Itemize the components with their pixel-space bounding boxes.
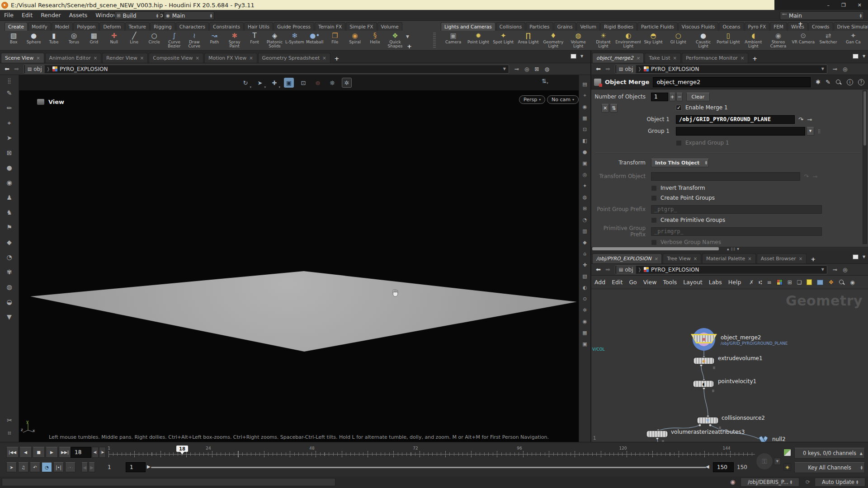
node-chooser-icon[interactable]: ⊸ (807, 116, 812, 123)
shelf-tab[interactable]: Texture (125, 22, 150, 31)
desktop-build-select[interactable]: ⊞ Build (114, 11, 160, 20)
pane-tab[interactable]: Performance Monitor × (682, 53, 748, 63)
pin-icon[interactable]: ⊸ (514, 66, 519, 72)
range-prev-button[interactable]: ◀ (81, 462, 88, 472)
palette-tool-icon[interactable]: ● (5, 163, 14, 172)
shelf-tab[interactable]: Drive Simulation (834, 22, 868, 31)
remove-object-button[interactable]: − (676, 93, 683, 101)
shelf-tool[interactable]: ● Sphere (24, 31, 43, 50)
spinner-icon[interactable] (860, 14, 862, 18)
shelf-tool[interactable]: ✦ Gan Ca (841, 31, 866, 50)
sticky-note-icon[interactable] (807, 279, 812, 285)
list-icon[interactable]: ≡ (767, 279, 772, 286)
viewport-tool-icon[interactable]: ▣ (284, 78, 294, 88)
bundle-icon[interactable]: ❖ (828, 279, 834, 286)
shelf-tool[interactable]: § Helix (365, 31, 385, 50)
shelf-tool[interactable]: ▯ Portal Light (716, 31, 741, 50)
spinner-icon[interactable] (705, 160, 707, 165)
close-icon[interactable]: ✕ (858, 2, 862, 8)
path-dropdown-icon[interactable]: ▼ (821, 67, 824, 71)
path-root-chip[interactable]: ▤ obj (616, 266, 636, 274)
key-icon[interactable]: ◈ (783, 463, 791, 471)
transport-button[interactable]: |◀◀ (6, 447, 19, 458)
close-tab-icon[interactable]: × (636, 56, 640, 61)
shelf-tab[interactable]: Vellum (576, 22, 600, 31)
pane-maximize-icon[interactable] (853, 54, 859, 59)
close-tab-icon[interactable]: × (741, 56, 744, 61)
menu-item[interactable]: Help (725, 279, 745, 286)
viewport-side-icon[interactable]: ◉ (581, 103, 589, 110)
spinner-icon[interactable] (861, 465, 863, 470)
expand-icon[interactable]: ▲ (860, 451, 863, 455)
pin-icon[interactable]: ⊸ (833, 66, 837, 72)
shelf-tab[interactable]: Pyro FX (745, 22, 770, 31)
viewport-side-icon[interactable]: ⊞ (581, 205, 589, 212)
shelf-tab[interactable]: Rigging (150, 22, 175, 31)
playbar-tool-button[interactable]: ↶ (30, 462, 40, 472)
viewport-side-icon[interactable]: ◉ (581, 318, 589, 325)
playhead-marker[interactable]: 18 (176, 446, 188, 452)
verbose-group-names-checkbox[interactable] (651, 239, 657, 245)
search-icon[interactable] (835, 79, 842, 85)
viewport-side-icon[interactable]: ✚ (581, 261, 589, 268)
range-slider[interactable] (151, 467, 706, 468)
help-icon[interactable]: ? (858, 79, 864, 85)
group1-field[interactable] (676, 127, 805, 136)
palette-tool-icon[interactable]: ◒ (5, 297, 14, 306)
node-volumerasterizeattributes3[interactable]: ◍ (646, 431, 668, 437)
viewport-tool-icon[interactable]: ⊜ (313, 78, 323, 88)
add-pane-tab-button[interactable]: + (749, 54, 760, 63)
shelf-tool[interactable]: ●• Metaball (305, 31, 325, 50)
color-palette-icon[interactable] (777, 279, 783, 285)
shelf-tool[interactable]: ◓ Sky Light (641, 31, 665, 50)
shelf-tool[interactable]: ◐ Environment Light (616, 31, 641, 50)
shelf-tool[interactable]: ✹ Point Light (466, 31, 491, 50)
shelf-tool[interactable]: ⇄ Switcher (816, 31, 840, 50)
globe-icon[interactable]: ◍ (544, 66, 549, 72)
prev-frame-button[interactable]: ◀| (92, 447, 99, 458)
spinner-icon[interactable] (210, 14, 212, 18)
add-shelf-tab-button[interactable]: + (404, 42, 415, 51)
overview-icon[interactable]: ◉ (850, 279, 854, 286)
path-dropdown-icon[interactable]: ▼ (821, 267, 824, 272)
display-options-icon[interactable]: ⇅ (542, 78, 548, 84)
pane-menu-icon[interactable]: ▼ (863, 255, 865, 259)
palette-tool-icon[interactable]: ✎ (5, 89, 14, 98)
viewport-side-icon[interactable]: ▥ (581, 227, 589, 235)
pane-maximize-icon[interactable] (571, 54, 576, 59)
node-name-field[interactable]: object_merge2 (653, 77, 811, 87)
playbar-tool-button[interactable]: |•| (53, 462, 64, 472)
horizontal-scrollbar[interactable]: ▲ ⣿⣿ ▼ (591, 247, 868, 251)
close-tab-icon[interactable]: × (693, 256, 697, 261)
shelf-tool[interactable]: ❐ File (325, 31, 345, 50)
range-right-handle[interactable]: ◀ (706, 464, 709, 469)
primitive-group-prefix-field[interactable]: _primgrp_ (651, 227, 822, 236)
pane-menu-icon[interactable]: ▼ (863, 54, 865, 58)
shelf-tool[interactable]: ↝ Path (204, 31, 224, 50)
close-tab-icon[interactable]: × (140, 56, 144, 61)
multiparm-remove-button[interactable]: ✕ (601, 104, 609, 113)
palette-tool-icon[interactable]: ✂ (5, 416, 14, 425)
cook-node-select[interactable]: /obj/DEBRIS_P... (741, 478, 799, 487)
shelf-tool[interactable]: ╱ Line (124, 31, 144, 50)
object1-field[interactable]: /obj/GRID_PYRO/GROUND_PLANE (676, 115, 795, 124)
maximize-icon[interactable]: ❐ (841, 2, 846, 8)
key-options-icon[interactable]: ▼ (774, 458, 781, 465)
palette-tool-icon[interactable]: ➤ (5, 133, 14, 142)
set-key-button[interactable]: ⚿ (756, 453, 773, 470)
transport-button[interactable]: ▶ (46, 447, 58, 458)
shelf-tool[interactable]: ◉ Spiral (345, 31, 365, 50)
camera-select[interactable]: No cam (547, 95, 579, 104)
shelf-tool[interactable]: ⊙ VR Camera (791, 31, 816, 50)
close-tab-icon[interactable]: × (196, 56, 199, 61)
target-icon[interactable]: ◎ (524, 66, 529, 72)
pane-tab[interactable]: Render View × (102, 53, 148, 63)
node-null2[interactable] (756, 436, 769, 442)
viewport-side-icon[interactable]: ▣ (581, 160, 589, 167)
viewport-tool-icon[interactable]: ✲ (342, 78, 352, 88)
pane-tab[interactable]: Asset Browser × (757, 253, 807, 263)
shelf-tab[interactable]: Volume (377, 22, 402, 31)
shelf-tool[interactable]: ◈ Platonic Solids (264, 31, 284, 50)
palette-tool-icon[interactable]: ◉ (5, 178, 14, 187)
close-tab-icon[interactable]: × (654, 256, 658, 261)
